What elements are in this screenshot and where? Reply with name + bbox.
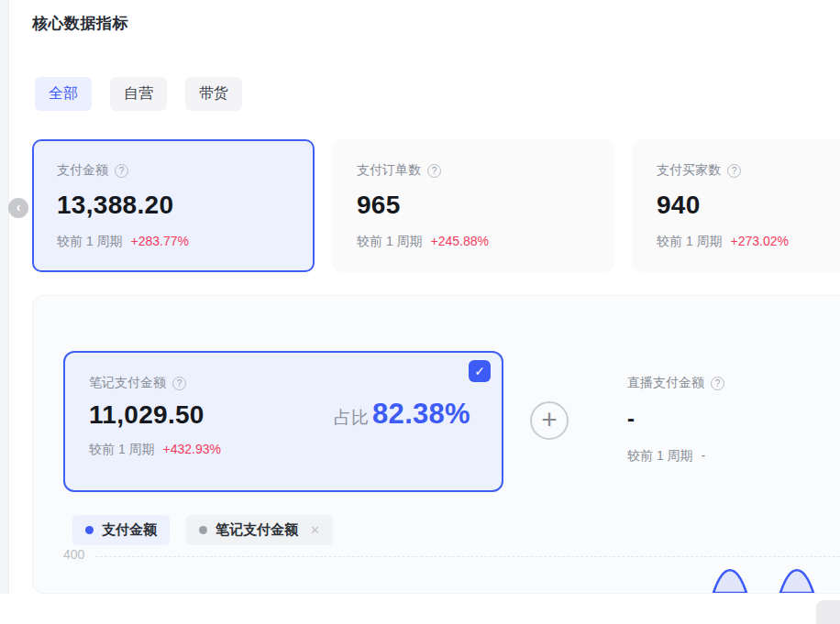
- compare-label: 较前 1 周期: [657, 234, 723, 250]
- help-icon[interactable]: ?: [115, 164, 128, 178]
- carousel-prev-button[interactable]: ‹: [8, 198, 28, 218]
- help-icon[interactable]: ?: [427, 164, 441, 178]
- change-value: +273.02%: [731, 234, 789, 250]
- help-icon[interactable]: ?: [711, 377, 724, 390]
- legend-label: 支付金额: [102, 521, 157, 539]
- change-value: +432.93%: [163, 442, 221, 458]
- check-icon: ✓: [474, 364, 485, 378]
- metric-label: 支付买家数: [657, 162, 721, 179]
- series-dot-gray: [199, 526, 207, 534]
- breakdown-card-note-payment[interactable]: ✓ 笔记支付金额 ? 11,029.50 占比 82.38% 较前 1 周期 +…: [63, 351, 503, 492]
- metric-value: 13,388.20: [57, 191, 290, 220]
- y-axis-tick: 400: [63, 547, 84, 562]
- ratio-label: 占比: [334, 406, 369, 430]
- add-metric-button[interactable]: +: [530, 401, 569, 440]
- legend-label: 笔记支付金额: [216, 521, 298, 539]
- metric-card-row: 支付金额 ? 13,388.20 较前 1 周期 +283.77% 支付订单数 …: [32, 139, 840, 272]
- compare-label: 较前 1 周期: [627, 448, 693, 465]
- metric-value: 11,029.50: [89, 400, 204, 430]
- change-value: +245.88%: [431, 234, 489, 250]
- metric-card-order-count[interactable]: 支付订单数 ? 965 较前 1 周期 +245.88%: [332, 139, 614, 272]
- tab-all[interactable]: 全部: [35, 77, 92, 111]
- tab-affiliate[interactable]: 带货: [185, 77, 242, 111]
- metric-value: 940: [657, 191, 840, 220]
- chart-legend: 支付金额 笔记支付金额 ✕: [72, 515, 333, 545]
- plus-icon: +: [541, 406, 558, 433]
- page-gutter: [0, 0, 9, 594]
- ratio-block: 占比 82.38%: [334, 398, 470, 431]
- page-title: 核心数据指标: [32, 13, 128, 34]
- metric-label: 直播支付金额: [627, 375, 704, 391]
- checkbox-checked[interactable]: ✓: [469, 360, 491, 382]
- change-value: +283.77%: [131, 234, 189, 250]
- breakdown-panel: ✓ 笔记支付金额 ? 11,029.50 占比 82.38% 较前 1 周期 +…: [32, 295, 840, 594]
- help-icon[interactable]: ?: [727, 164, 741, 178]
- ratio-value: 82.38%: [372, 398, 470, 431]
- gridline: [95, 556, 840, 557]
- series-dot-blue: [85, 526, 94, 534]
- help-icon[interactable]: ?: [172, 377, 186, 390]
- compare-label: 较前 1 周期: [357, 234, 423, 250]
- metric-card-buyer-count[interactable]: 支付买家数 ? 940 较前 1 周期 +273.02%: [632, 139, 840, 272]
- metric-label: 支付订单数: [357, 162, 421, 179]
- metric-label: 支付金额: [57, 162, 108, 179]
- metric-value: -: [627, 406, 840, 432]
- metric-card-payment-amount[interactable]: 支付金额 ? 13,388.20 较前 1 周期 +283.77%: [32, 139, 315, 272]
- close-icon[interactable]: ✕: [310, 523, 320, 537]
- tab-self-operated[interactable]: 自营: [110, 77, 167, 111]
- floating-widget[interactable]: [816, 600, 840, 624]
- legend-item-payment-amount[interactable]: 支付金额: [72, 515, 170, 545]
- compare-label: 较前 1 周期: [57, 234, 123, 250]
- change-value: -: [702, 448, 706, 465]
- metric-value: 965: [357, 191, 590, 220]
- compare-label: 较前 1 周期: [89, 442, 155, 458]
- breakdown-card-live-payment[interactable]: 直播支付金额 ? - 较前 1 周期 -: [602, 351, 840, 492]
- area-chart-fragment: [33, 562, 840, 593]
- metric-label: 笔记支付金额: [89, 375, 166, 391]
- scope-tabs: 全部 自营 带货: [35, 77, 242, 111]
- legend-item-note-payment-amount[interactable]: 笔记支付金额 ✕: [186, 515, 333, 545]
- chevron-left-icon: ‹: [17, 201, 21, 213]
